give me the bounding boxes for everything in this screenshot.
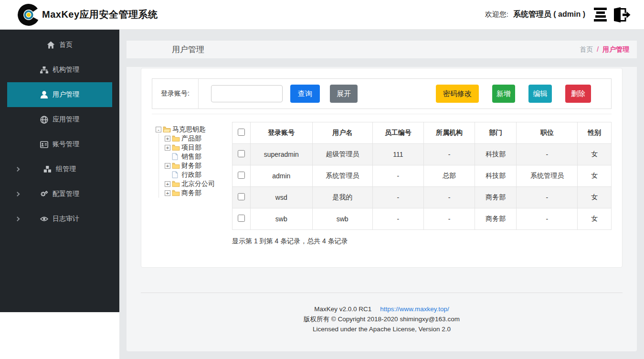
tree-node-root[interactable]: - 马克思钥匙 bbox=[156, 125, 232, 134]
cell-org: - bbox=[423, 144, 475, 165]
sidebar-item-accounts[interactable]: 账号管理 bbox=[7, 132, 112, 157]
sidebar-item-groups[interactable]: 组管理 bbox=[7, 157, 112, 182]
tree-node[interactable]: + 产品部 bbox=[165, 134, 232, 143]
cell-name: 超级管理员 bbox=[312, 144, 372, 165]
tree-node[interactable]: + 北京分公司 bbox=[165, 179, 232, 188]
row-checkbox[interactable] bbox=[238, 172, 245, 179]
tree-node[interactable]: 行政部 bbox=[165, 170, 232, 179]
query-button[interactable]: 查询 bbox=[290, 85, 320, 103]
login-account-input[interactable] bbox=[211, 85, 283, 102]
cell-title: 系统管理员 bbox=[517, 165, 578, 187]
file-icon bbox=[172, 171, 180, 178]
tree-expand-icon[interactable]: + bbox=[165, 190, 170, 196]
tree-node-label: 财务部 bbox=[181, 162, 201, 170]
cell-dept: 商务部 bbox=[475, 208, 517, 230]
select-all-checkbox[interactable] bbox=[238, 129, 245, 136]
sidebar-item-label: 日志审计 bbox=[53, 215, 79, 223]
table-header-row: 登录账号 用户名 员工编号 所属机构 部门 职位 性别 bbox=[232, 122, 612, 144]
content-panel: 登录账号: 查询 展开 密码修改 新增 编辑 删除 bbox=[127, 67, 637, 351]
folder-icon bbox=[172, 162, 180, 169]
globe-icon bbox=[40, 116, 48, 124]
cell-gender: 女 bbox=[578, 187, 612, 208]
sidebar-item-users[interactable]: 用户管理 bbox=[7, 82, 112, 107]
tree-node[interactable]: + 财务部 bbox=[165, 161, 232, 170]
cell-dept: 科技部 bbox=[475, 165, 517, 187]
col-header: 职位 bbox=[517, 122, 578, 144]
expand-button[interactable]: 展开 bbox=[330, 85, 358, 103]
users-card: 登录账号: 查询 展开 密码修改 新增 编辑 删除 bbox=[141, 68, 623, 268]
tree-node-label: 项目部 bbox=[181, 143, 201, 152]
chevron-right-icon bbox=[15, 192, 20, 196]
footer-version: MaxKey v2.0.0 RC1 bbox=[314, 305, 371, 313]
row-checkbox[interactable] bbox=[238, 193, 245, 200]
current-user-label: 系统管理员 ( admin ) bbox=[513, 10, 585, 20]
footer-license: Licensed under the Apache License, Versi… bbox=[127, 324, 637, 334]
table-row[interactable]: wsd 是我的 - - 商务部 - 女 bbox=[232, 187, 612, 208]
breadcrumb: 首页 / 用户管理 bbox=[580, 45, 629, 54]
row-checkbox[interactable] bbox=[238, 150, 245, 157]
breadcrumb-separator: / bbox=[597, 45, 599, 53]
delete-button[interactable]: 删除 bbox=[565, 85, 591, 103]
sidebar-item-org[interactable]: 机构管理 bbox=[7, 57, 112, 82]
table-row[interactable]: admin 系统管理员 - 总部 科技部 系统管理员 女 bbox=[232, 165, 612, 187]
tree-node[interactable]: + 项目部 bbox=[165, 143, 232, 152]
home-icon bbox=[47, 41, 55, 49]
col-header: 登录账号 bbox=[251, 122, 312, 144]
edit-button[interactable]: 编辑 bbox=[528, 85, 552, 103]
users-table-wrap: 登录账号 用户名 员工编号 所属机构 部门 职位 性别 bbox=[232, 122, 612, 246]
user-icon bbox=[40, 91, 48, 99]
top-header: MaxKey应用安全管理系统 欢迎您: 系统管理员 ( admin ) bbox=[0, 0, 644, 30]
cell-title: - bbox=[517, 187, 578, 208]
tree-collapse-icon[interactable]: - bbox=[156, 127, 161, 132]
tree-expand-icon[interactable]: + bbox=[165, 145, 170, 151]
col-header: 性别 bbox=[578, 122, 612, 144]
cell-gender: 女 bbox=[578, 208, 612, 230]
app-title: MaxKey应用安全管理系统 bbox=[42, 8, 158, 21]
tree-node-label: 马克思钥匙 bbox=[172, 125, 206, 134]
add-button[interactable]: 新增 bbox=[492, 85, 515, 103]
sidebar-item-label: 组管理 bbox=[56, 165, 76, 174]
sidebar-item-label: 机构管理 bbox=[53, 65, 79, 74]
sidebar-item-apps[interactable]: 应用管理 bbox=[7, 107, 112, 132]
sidebar-item-label: 账号管理 bbox=[53, 140, 79, 149]
breadcrumb-home-link[interactable]: 首页 bbox=[580, 45, 593, 53]
sitemap-icon bbox=[40, 66, 48, 74]
sidebar-item-label: 应用管理 bbox=[53, 115, 79, 124]
sidebar-item-audit[interactable]: 日志审计 bbox=[7, 207, 112, 231]
cell-login: superadmin bbox=[251, 144, 312, 165]
table-row[interactable]: superadmin 超级管理员 111 - 科技部 - 女 bbox=[232, 144, 612, 165]
tree-expand-icon[interactable]: + bbox=[165, 181, 170, 187]
chevron-right-icon bbox=[15, 217, 20, 221]
col-header: 部门 bbox=[475, 122, 517, 144]
tree-expand-icon[interactable]: + bbox=[165, 136, 170, 141]
open-folder-icon bbox=[163, 126, 171, 133]
sidebar-item-label: 用户管理 bbox=[53, 90, 79, 99]
sidebar-item-home[interactable]: 首页 bbox=[7, 33, 112, 57]
cell-empno: - bbox=[372, 208, 423, 230]
users-table: 登录账号 用户名 员工编号 所属机构 部门 职位 性别 bbox=[232, 122, 612, 230]
pagination-summary: 显示第 1 到第 4 条记录，总共 4 条记录 bbox=[232, 237, 612, 246]
cell-dept: 商务部 bbox=[475, 187, 517, 208]
cubes-icon bbox=[43, 165, 52, 174]
logout-icon[interactable] bbox=[612, 7, 631, 23]
main-content: 用户管理 首页 / 用户管理 登录账号: 查询 展开 密码修改 新增 bbox=[119, 30, 644, 359]
brand: MaxKey应用安全管理系统 bbox=[17, 3, 158, 26]
cell-gender: 女 bbox=[578, 165, 612, 187]
cell-title: - bbox=[517, 144, 578, 165]
table-row[interactable]: swb swb - - 商务部 - 女 bbox=[232, 208, 612, 230]
row-checkbox[interactable] bbox=[238, 215, 245, 222]
footer-link[interactable]: https://www.maxkey.top/ bbox=[380, 305, 449, 313]
tree-expand-icon[interactable]: + bbox=[165, 163, 170, 169]
menu-list-icon[interactable] bbox=[594, 8, 607, 22]
cell-name: swb bbox=[312, 208, 372, 230]
tree-node[interactable]: + 商务部 bbox=[165, 188, 232, 197]
tree-node-label: 产品部 bbox=[181, 134, 201, 143]
tree-node[interactable]: 销售部 bbox=[165, 152, 232, 161]
cell-org: 总部 bbox=[423, 165, 475, 187]
gears-icon bbox=[40, 190, 48, 198]
col-header: 员工编号 bbox=[372, 122, 423, 144]
change-password-button[interactable]: 密码修改 bbox=[436, 85, 479, 103]
page-title: 用户管理 bbox=[172, 44, 204, 55]
sidebar-item-config[interactable]: 配置管理 bbox=[7, 182, 112, 207]
folder-icon bbox=[172, 144, 180, 151]
